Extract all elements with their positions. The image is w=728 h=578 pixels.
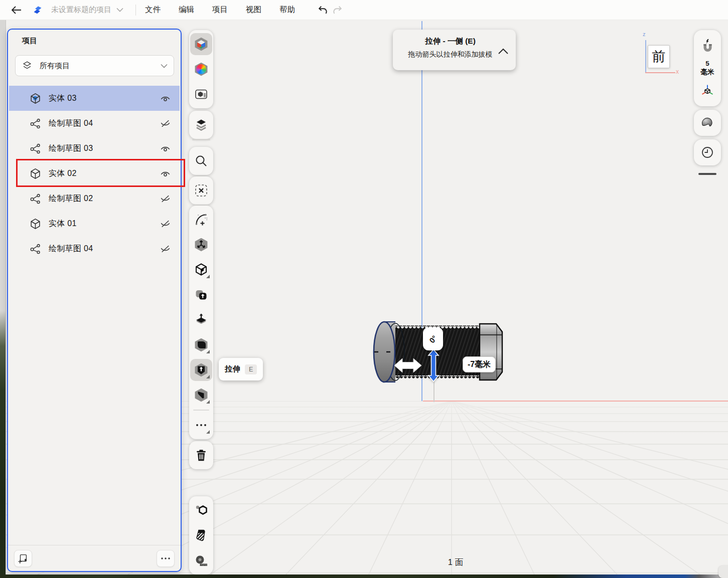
offset-face-button[interactable]: [190, 309, 212, 331]
menu-view[interactable]: 视图: [237, 5, 270, 15]
extrude-tooltip-label: 拉伸: [225, 364, 240, 374]
layers-button[interactable]: [190, 114, 212, 136]
bolt-model[interactable]: [370, 317, 513, 387]
chevron-down-icon: [116, 8, 123, 12]
draft-angle-badge[interactable]: 0°: [423, 327, 443, 350]
sidebar-footer: [8, 545, 181, 571]
back-button[interactable]: [9, 3, 23, 17]
redo-button[interactable]: [330, 3, 345, 18]
menu-project[interactable]: 项目: [203, 5, 237, 15]
menu-help[interactable]: 帮助: [270, 5, 304, 15]
draft-angle-value: 0°: [427, 333, 439, 344]
sketch-icon: [29, 142, 42, 155]
project-title: 未设置标题的项目: [51, 5, 111, 15]
section-button[interactable]: [190, 524, 212, 546]
orient-view-button[interactable]: [190, 259, 212, 281]
extrude-button[interactable]: [190, 359, 212, 381]
chevron-up-icon[interactable]: [498, 48, 509, 55]
visibility-toggle-on[interactable]: [159, 92, 172, 105]
shell-icon: [195, 389, 208, 402]
extrude-distance-badge[interactable]: -7毫米: [463, 356, 496, 372]
chevron-down-icon: [161, 64, 168, 68]
layers-icon: [194, 118, 208, 132]
shaded-view-button[interactable]: [696, 112, 718, 134]
history-button[interactable]: [696, 141, 718, 163]
view-style-panel: [694, 110, 721, 136]
axis-toggle-button[interactable]: [696, 80, 718, 102]
visibility-toggle-off[interactable]: [159, 217, 172, 230]
view-gizmo[interactable]: z x 前: [640, 30, 686, 79]
gizmo-x-label: x: [676, 68, 679, 75]
draft-angle-arrow[interactable]: [426, 348, 441, 382]
shortcut-key-badge: E: [245, 364, 257, 374]
menubar: 未设置标题的项目 文件 编辑 项目 视图 帮助: [0, 0, 728, 20]
measure-tape-icon: [194, 553, 208, 567]
zoom-search-icon: [195, 154, 208, 167]
deselect-button[interactable]: [190, 179, 212, 202]
boolean-union-button[interactable]: [190, 284, 212, 306]
panel-drag-handle[interactable]: [698, 173, 716, 175]
menu-file[interactable]: 文件: [136, 5, 170, 15]
visibility-toggle-off[interactable]: [159, 117, 172, 130]
chamfer-button[interactable]: [190, 334, 212, 356]
new-sketch-button[interactable]: [14, 550, 32, 567]
toolgroup-display: [189, 30, 213, 108]
gizmo-z-axis: [645, 40, 646, 73]
toolbar-divider: [192, 139, 210, 140]
sketch-icon: [29, 243, 42, 255]
zoom-search-button[interactable]: [190, 150, 212, 172]
project-title-dropdown[interactable]: 未设置标题的项目: [51, 5, 123, 15]
color-wheel-icon: [195, 63, 208, 76]
visibility-toggle-on[interactable]: [159, 142, 172, 155]
stacked-items-icon: [22, 60, 33, 71]
history-panel: [694, 139, 721, 165]
tool-hint-title: 拉伸 - 一侧 (E): [400, 36, 501, 47]
orient-view-icon: [194, 263, 208, 277]
measure-box-icon: [194, 87, 208, 101]
visibility-toggle-off[interactable]: [159, 242, 172, 255]
app-logo-icon: [31, 4, 44, 17]
body-cube-icon: [29, 92, 42, 105]
sketch-tool-button[interactable]: [190, 209, 212, 231]
project-item-sketch-04[interactable]: 绘制草图 04: [9, 111, 180, 136]
project-item-body-02[interactable]: 实体 02: [9, 161, 180, 186]
sketch-icon: [29, 117, 42, 130]
project-filter-dropdown[interactable]: 所有项目: [15, 55, 174, 76]
project-item-body-03[interactable]: 实体 03: [9, 86, 180, 111]
trash-icon: [195, 449, 208, 462]
toolgroup-layers: [189, 111, 213, 139]
more-tools-button[interactable]: [190, 414, 212, 436]
delete-button[interactable]: [190, 444, 212, 466]
gizmo-z-label: z: [643, 31, 646, 37]
project-item-sketch-02[interactable]: 绘制草图 02: [9, 186, 180, 211]
menu-edit[interactable]: 编辑: [170, 5, 203, 15]
material-button[interactable]: [190, 499, 212, 521]
desktop-edge-left: [0, 0, 6, 578]
project-filter-label: 所有项目: [40, 61, 161, 71]
shell-button[interactable]: [190, 384, 212, 406]
history-clock-icon: [700, 145, 714, 159]
snap-grid-size[interactable]: 5 毫米: [701, 60, 714, 77]
chamfer-icon: [195, 338, 208, 352]
visibility-toggle-off[interactable]: [159, 192, 172, 205]
ellipsis-icon: [161, 557, 171, 560]
project-item-body-01[interactable]: 实体 01: [9, 211, 180, 236]
snap-toggle-button[interactable]: [696, 35, 718, 57]
front-view-label: 前: [652, 48, 666, 66]
color-wheel-button[interactable]: [190, 58, 212, 80]
front-view-face[interactable]: 前: [648, 45, 670, 68]
tool-hint-panel: 拉伸 - 一侧 (E) 拖动箭头以拉伸和添加拔模: [393, 30, 516, 70]
undo-button[interactable]: [315, 3, 330, 18]
move-rotate-button[interactable]: [190, 234, 212, 256]
sidebar-more-button[interactable]: [157, 550, 175, 567]
extrude-drag-arrow[interactable]: [393, 354, 422, 377]
project-item-sketch-04b[interactable]: 绘制草图 04: [9, 236, 180, 261]
toolgroup-modeling: [189, 206, 213, 439]
project-item-sketch-03[interactable]: 绘制草图 03: [9, 136, 180, 161]
measure-button[interactable]: [190, 549, 212, 571]
render-style-button[interactable]: [190, 33, 212, 55]
measure-box-button[interactable]: [190, 83, 212, 105]
snap-magnet-icon: [700, 38, 715, 53]
visibility-toggle-on[interactable]: [159, 167, 172, 180]
snap-panel: 5 毫米: [694, 30, 721, 106]
